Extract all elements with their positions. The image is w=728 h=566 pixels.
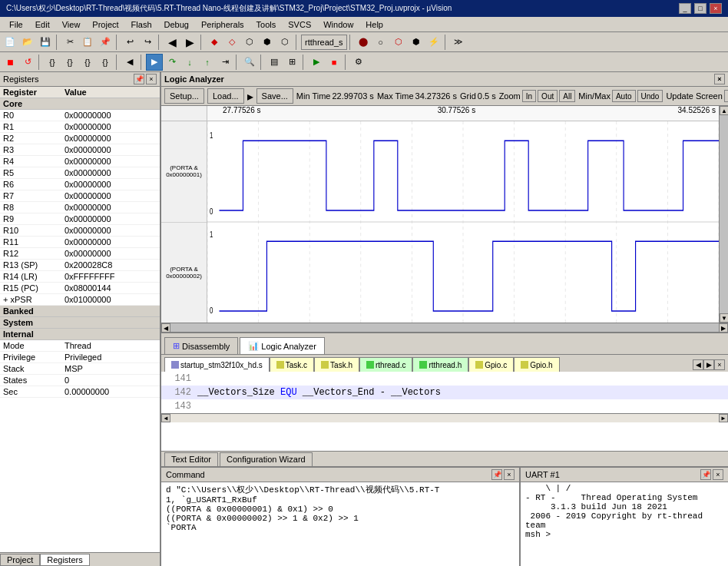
step-over-button[interactable]: ↷ xyxy=(164,54,180,71)
tab-left-button[interactable]: ◀ xyxy=(693,359,703,370)
editor-hscrollbar[interactable]: ◀ ▶ xyxy=(161,413,728,422)
tab-text-editor[interactable]: Text Editor xyxy=(164,452,218,466)
waveform-vscrollbar[interactable]: ▲ ▼ xyxy=(719,106,728,323)
scroll-up-button[interactable]: ▲ xyxy=(720,106,728,115)
menu-tools[interactable]: Tools xyxy=(250,19,283,30)
stop-button[interactable]: ⏹ xyxy=(2,54,18,71)
editor-scroll-left[interactable]: ◀ xyxy=(161,414,170,422)
run-cursor-button[interactable]: ⇥ xyxy=(217,54,233,71)
menu-help[interactable]: Help xyxy=(359,19,389,30)
la-auto-button[interactable]: Auto xyxy=(612,90,636,102)
tab-right-button[interactable]: ▶ xyxy=(703,359,714,370)
uart-content[interactable]: \ | / - RT - Thread Operating System 3.1… xyxy=(521,482,728,566)
debug-btn1[interactable]: ⬤ xyxy=(355,34,372,51)
scroll-down-button[interactable]: ▼ xyxy=(720,313,728,323)
tab-disassembly[interactable]: ⊞ Disassembly xyxy=(164,337,238,354)
la-close-button[interactable]: × xyxy=(714,74,725,84)
la-stop-button[interactable]: Stop xyxy=(724,90,728,102)
code-tab-rtthreadh[interactable]: rtthread.h xyxy=(412,357,468,372)
bookmark4-button[interactable]: ⬢ xyxy=(259,34,276,51)
scroll-right-button[interactable]: ▶ xyxy=(719,323,728,333)
bookmark1-button[interactable]: ◆ xyxy=(206,34,223,51)
nav-fwd-button[interactable]: ▶ xyxy=(181,34,198,51)
bookmark3-button[interactable]: ⬡ xyxy=(241,34,258,51)
tab-close-button[interactable]: × xyxy=(714,359,725,370)
reset-button[interactable]: ↺ xyxy=(19,54,36,71)
save-button[interactable]: 💾 xyxy=(37,34,54,51)
section-system[interactable]: System xyxy=(0,317,160,329)
la-load-button[interactable]: Load... xyxy=(207,88,244,104)
editor-scroll-right[interactable]: ▶ xyxy=(719,414,728,422)
dock-button[interactable]: 📌 xyxy=(134,74,144,84)
scroll-left-button[interactable]: ◀ xyxy=(161,323,170,333)
la-undo-button[interactable]: Undo xyxy=(637,90,663,102)
menu-flash[interactable]: Flash xyxy=(125,19,158,30)
braces3-button[interactable]: {} xyxy=(79,54,96,71)
hscroll-thumb[interactable] xyxy=(170,323,719,332)
step-into-button[interactable]: ↓ xyxy=(181,54,198,71)
code-tab-taskh[interactable]: Task.h xyxy=(314,357,359,372)
command-dock-btn[interactable]: 📌 xyxy=(491,469,502,480)
code-tab-taskc[interactable]: Task.c xyxy=(270,357,314,372)
braces4-button[interactable]: {} xyxy=(97,54,114,71)
la-zoom-out-button[interactable]: Out xyxy=(538,90,558,102)
tab-config-wizard[interactable]: Configuration Wizard xyxy=(220,452,313,466)
logic-run-button[interactable]: ▶ xyxy=(308,54,325,71)
view-mode-button[interactable]: ▤ xyxy=(266,54,283,71)
code-tab-gpioc[interactable]: Gpio.c xyxy=(468,357,514,372)
nav-back-button[interactable]: ◀ xyxy=(164,34,180,51)
step-out-button[interactable]: ↑ xyxy=(199,54,216,71)
view-mode2-button[interactable]: ⊞ xyxy=(283,54,300,71)
code-tab-startup[interactable]: startup_stm32f10x_hd.s xyxy=(164,357,270,372)
uart-close-btn[interactable]: × xyxy=(713,469,723,480)
project-tab[interactable]: Project xyxy=(0,554,40,566)
la-zoom-in-button[interactable]: In xyxy=(522,90,536,102)
la-setup-button[interactable]: Setup... xyxy=(164,88,204,104)
logic-stop-button[interactable]: ■ xyxy=(326,54,342,71)
tab-logic-analyzer[interactable]: 📊 Logic Analyzer xyxy=(240,337,325,354)
code-tab-gpioh[interactable]: Gpio.h xyxy=(514,357,559,372)
menu-window[interactable]: Window xyxy=(317,19,359,30)
la-hscrollbar[interactable]: ◀ ▶ xyxy=(161,323,728,332)
la-zoom-all-button[interactable]: All xyxy=(559,90,575,102)
debug-btn5[interactable]: ⚡ xyxy=(425,34,442,51)
editor-scroll-track[interactable] xyxy=(170,414,719,422)
uart-dock-btn[interactable]: 📌 xyxy=(700,469,711,480)
registers-statusbar-tab[interactable]: Registers xyxy=(40,554,89,566)
undo-button[interactable]: ↩ xyxy=(121,34,138,51)
cut-button[interactable]: ✂ xyxy=(61,34,78,51)
menu-debug[interactable]: Debug xyxy=(158,19,195,30)
bookmark2-button[interactable]: ◇ xyxy=(223,34,240,51)
maximize-button[interactable]: □ xyxy=(694,3,706,14)
menu-file[interactable]: File xyxy=(3,19,29,30)
bookmark5-button[interactable]: ⬡ xyxy=(276,34,293,51)
command-content[interactable]: d "C:\\Users\\权少\\Desktop\\RT-Thread\\视频… xyxy=(161,482,519,566)
paste-button[interactable]: 📌 xyxy=(97,34,114,51)
redo-button[interactable]: ↪ xyxy=(139,34,156,51)
compile-button[interactable]: ▶ xyxy=(146,54,163,71)
menu-project[interactable]: Project xyxy=(86,19,124,30)
menu-peripherals[interactable]: Peripherals xyxy=(195,19,250,30)
menu-svcs[interactable]: SVCS xyxy=(282,19,317,30)
braces1-button[interactable]: {} xyxy=(44,54,61,71)
la-save-button[interactable]: Save... xyxy=(256,88,293,104)
la-arrow-button[interactable]: ▸ xyxy=(247,89,253,104)
minimize-button[interactable]: _ xyxy=(679,3,691,14)
section-banked[interactable]: Banked xyxy=(0,306,160,317)
open-file-button[interactable]: 📂 xyxy=(19,34,36,51)
search-input-area[interactable]: rtthread_s xyxy=(301,35,347,50)
navleft-button[interactable]: ◀ xyxy=(121,54,138,71)
code-tab-rthreadc[interactable]: rthread.c xyxy=(359,357,412,372)
debug-btn4[interactable]: ⬢ xyxy=(408,34,425,51)
braces2-button[interactable]: {} xyxy=(61,54,78,71)
new-file-button[interactable]: 📄 xyxy=(2,34,18,51)
debug-btn3[interactable]: ⬡ xyxy=(390,34,407,51)
menu-view[interactable]: View xyxy=(56,19,87,30)
menu-edit[interactable]: Edit xyxy=(29,19,56,30)
close-panel-button[interactable]: × xyxy=(146,74,157,84)
scroll-thumb[interactable] xyxy=(720,115,728,313)
debug-btn2[interactable]: ○ xyxy=(372,34,389,51)
command-close-btn[interactable]: × xyxy=(504,469,515,480)
copy-button[interactable]: 📋 xyxy=(79,34,96,51)
debug-window-button[interactable]: 🔍 xyxy=(241,54,258,71)
